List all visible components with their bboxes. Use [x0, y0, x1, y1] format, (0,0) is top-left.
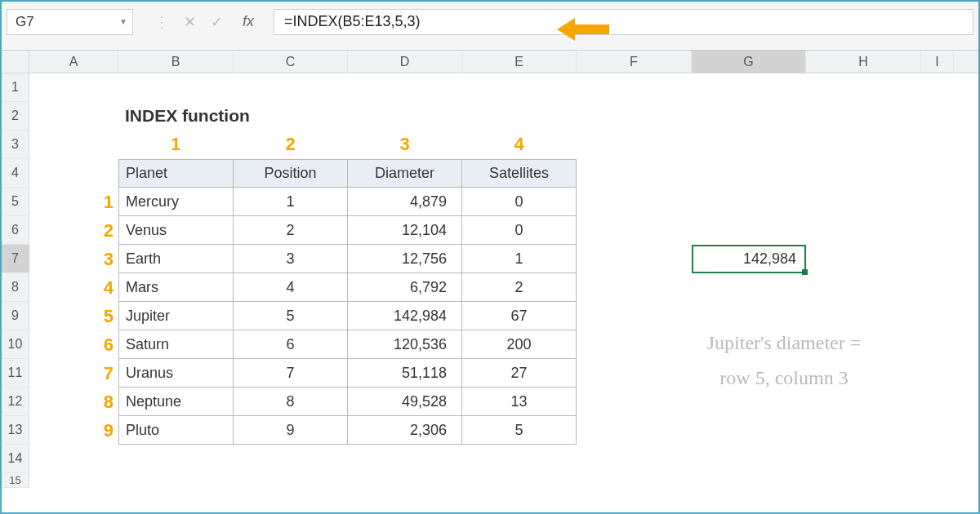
cell[interactable] — [806, 273, 921, 302]
cell[interactable] — [577, 188, 692, 216]
cell-diameter[interactable]: 4,879 — [348, 188, 462, 216]
cell[interactable] — [29, 473, 118, 488]
table-header[interactable]: Position — [234, 159, 348, 188]
cell[interactable] — [577, 216, 692, 245]
cell-planet[interactable]: Earth — [118, 245, 234, 273]
row-header[interactable]: 15 — [2, 473, 29, 488]
cell[interactable] — [29, 102, 118, 131]
row-index-label[interactable]: 5 — [29, 302, 118, 330]
cell-planet[interactable]: Mars — [118, 273, 234, 302]
row-index-label[interactable]: 7 — [29, 359, 118, 388]
cell-planet[interactable]: Mercury — [118, 188, 234, 216]
row-index-label[interactable]: 3 — [29, 245, 118, 273]
cell-satellites[interactable]: 2 — [462, 273, 577, 302]
cell-position[interactable]: 7 — [234, 359, 348, 388]
cell-planet[interactable]: Saturn — [118, 330, 234, 359]
row-header[interactable]: 10 — [2, 330, 29, 359]
cell[interactable] — [234, 73, 348, 102]
row-index-label[interactable]: 9 — [29, 416, 118, 445]
cell-satellites[interactable]: 13 — [462, 388, 577, 416]
cell-diameter[interactable]: 12,104 — [348, 216, 462, 245]
cell-satellites[interactable]: 200 — [462, 330, 577, 359]
cell-planet[interactable]: Pluto — [118, 416, 234, 445]
cell-planet[interactable]: Neptune — [118, 388, 234, 416]
row-header[interactable]: 7 — [2, 245, 29, 273]
cell[interactable] — [118, 473, 234, 488]
cell[interactable] — [692, 416, 806, 445]
cell-diameter[interactable]: 2,306 — [348, 416, 462, 445]
select-all-corner[interactable] — [2, 51, 29, 73]
cell[interactable] — [692, 473, 806, 488]
row-header[interactable]: 3 — [2, 131, 29, 159]
col-header[interactable]: D — [348, 51, 462, 73]
cell-satellites[interactable]: 5 — [462, 416, 577, 445]
cell-diameter[interactable]: 120,536 — [348, 330, 462, 359]
row-header[interactable]: 5 — [2, 188, 29, 216]
cell[interactable] — [118, 73, 234, 102]
cell[interactable] — [462, 445, 577, 473]
cell[interactable] — [806, 188, 921, 216]
cell-position[interactable]: 2 — [234, 216, 348, 245]
cell[interactable] — [692, 445, 806, 473]
cell[interactable] — [692, 159, 806, 188]
col-header[interactable]: E — [462, 51, 577, 73]
row-header[interactable]: 9 — [2, 302, 29, 330]
row-index-label[interactable]: 8 — [29, 388, 118, 416]
cell-diameter[interactable]: 49,528 — [348, 388, 462, 416]
cell-position[interactable]: 9 — [234, 416, 348, 445]
row-header[interactable]: 1 — [2, 73, 29, 102]
cell-position[interactable]: 1 — [234, 188, 348, 216]
cell[interactable] — [348, 73, 462, 102]
cell[interactable] — [577, 473, 692, 488]
cell-satellites[interactable]: 0 — [462, 216, 577, 245]
col-header[interactable]: F — [577, 51, 692, 73]
cell[interactable] — [806, 159, 921, 188]
cell[interactable] — [577, 159, 692, 188]
cell[interactable] — [577, 273, 692, 302]
cell[interactable] — [29, 159, 118, 188]
row-header[interactable]: 8 — [2, 273, 29, 302]
enter-icon[interactable]: ✓ — [211, 13, 223, 31]
cell[interactable] — [577, 73, 692, 102]
cell[interactable] — [692, 273, 806, 302]
row-index-label[interactable]: 2 — [29, 216, 118, 245]
cell[interactable] — [29, 73, 118, 102]
cell[interactable] — [462, 73, 577, 102]
cell[interactable] — [806, 102, 921, 131]
cell-satellites[interactable]: 0 — [462, 188, 577, 216]
col-index-label[interactable]: 2 — [234, 131, 348, 159]
cell-position[interactable]: 5 — [234, 302, 348, 330]
title-cell[interactable]: INDEX function — [118, 102, 234, 131]
cell-satellites[interactable]: 1 — [462, 245, 577, 273]
table-header[interactable]: Satellites — [462, 159, 577, 188]
cell-planet[interactable]: Uranus — [118, 359, 234, 388]
cell-satellites[interactable]: 67 — [462, 302, 577, 330]
cell[interactable] — [462, 473, 577, 488]
name-box[interactable]: G7 ▼ — [7, 9, 133, 35]
row-header[interactable]: 13 — [2, 416, 29, 445]
cell-diameter[interactable]: 51,118 — [348, 359, 462, 388]
table-header[interactable]: Diameter — [348, 159, 462, 188]
chevron-down-icon[interactable]: ▼ — [119, 17, 127, 26]
table-header[interactable]: Planet — [118, 159, 234, 188]
col-header[interactable]: G — [692, 51, 806, 73]
cell[interactable] — [577, 445, 692, 473]
cell[interactable] — [806, 445, 921, 473]
cell-position[interactable]: 6 — [234, 330, 348, 359]
row-index-label[interactable]: 6 — [29, 330, 118, 359]
cell[interactable] — [577, 245, 692, 273]
cell-diameter[interactable]: 6,792 — [348, 273, 462, 302]
cell[interactable] — [577, 102, 692, 131]
selected-cell[interactable]: 142,984 — [692, 245, 806, 273]
cell-position[interactable]: 3 — [234, 245, 348, 273]
col-header[interactable]: C — [234, 51, 348, 73]
cell[interactable] — [234, 102, 348, 131]
cell[interactable] — [118, 445, 234, 473]
col-header[interactable]: B — [118, 51, 234, 73]
cell-satellites[interactable]: 27 — [462, 359, 577, 388]
formula-input[interactable]: =INDEX(B5:E13,5,3) — [274, 9, 973, 35]
row-index-label[interactable]: 1 — [29, 188, 118, 216]
cell[interactable] — [692, 131, 806, 159]
cell[interactable] — [692, 216, 806, 245]
cell-position[interactable]: 4 — [234, 273, 348, 302]
